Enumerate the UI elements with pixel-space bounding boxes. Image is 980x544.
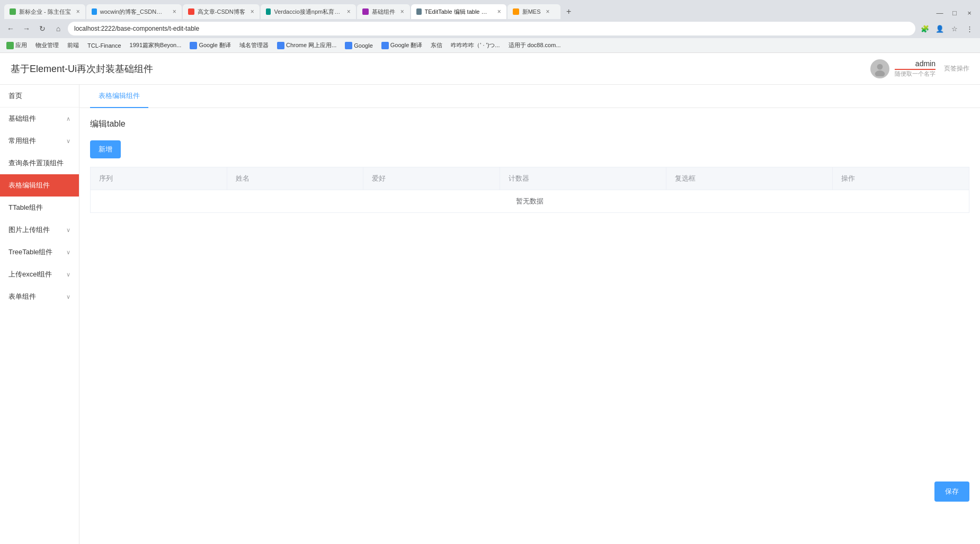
svg-point-1	[875, 70, 885, 76]
sidebar: 首页 基础组件 ∧ 常用组件 ∨ 查询条件置顶组件 表格编辑组件 TTable组…	[0, 85, 79, 544]
bookmark-chrome-web[interactable]: Chrome 网上应用...	[275, 40, 338, 50]
browser-chrome: 新标企业 - 陈主任宝 × wocwin的博客_CSDN博客-基... × 高文…	[0, 0, 980, 38]
tab-close-1[interactable]: ×	[173, 8, 176, 15]
sidebar-item-query[interactable]: 查询条件置顶组件	[0, 152, 79, 174]
tab-close-5[interactable]: ×	[497, 8, 501, 15]
tab-close-2[interactable]: ×	[251, 8, 254, 15]
col-header-hobby: 爱好	[363, 167, 500, 190]
maximize-icon[interactable]: □	[948, 6, 961, 19]
page-content: 编辑table 新增 序列 姓名 爱好 计数器 复选框 操作	[79, 108, 980, 224]
data-table: 序列 姓名 爱好 计数器 复选框 操作 暂无数据	[90, 167, 969, 213]
content-area: 表格编辑组件 编辑table 新增 序列 姓名 爱好 计数器	[79, 85, 980, 544]
avatar	[870, 59, 889, 78]
sidebar-item-form[interactable]: 表单组件 ∨	[0, 286, 79, 308]
chevron-image-upload: ∨	[66, 227, 70, 234]
col-header-name: 姓名	[227, 167, 363, 190]
chevron-basic: ∧	[66, 115, 70, 122]
app-header: 基于Element-Ui再次封装基础组件 admin 随便取一个名字 页签操作	[0, 53, 980, 85]
col-header-action: 操作	[833, 167, 969, 190]
browser-tab-4[interactable]: 基础组件 ×	[357, 4, 410, 19]
sidebar-item-treetable[interactable]: TreeTable组件 ∨	[0, 241, 79, 263]
user-subtitle: 随便取一个名字	[895, 70, 936, 78]
browser-tab-2[interactable]: 高文章-CSDN博客 ×	[183, 4, 260, 19]
tab-table-edit[interactable]: 表格编辑组件	[90, 85, 148, 108]
table-body: 暂无数据	[91, 190, 969, 213]
bookmark-frontend[interactable]: 前端	[65, 40, 81, 50]
col-header-checkbox: 复选框	[666, 167, 833, 190]
main-layout: 首页 基础组件 ∧ 常用组件 ∨ 查询条件置顶组件 表格编辑组件 TTable组…	[0, 85, 980, 544]
browser-tab-5[interactable]: TEditTable 编辑 table 组件 | w... ×	[411, 4, 506, 19]
table-header-row: 序列 姓名 爱好 计数器 复选框 操作	[91, 167, 969, 190]
minimize-icon[interactable]: —	[933, 6, 946, 19]
address-bar: ← → ↻ ⌂ 🧩 👤 ☆ ⋮	[0, 19, 980, 38]
browser-tab-1[interactable]: wocwin的博客_CSDN博客-基... ×	[86, 4, 182, 19]
browser-toolbar: 🧩 👤 ☆ ⋮	[919, 22, 976, 35]
bookmark-domain[interactable]: 域名管理器	[237, 40, 271, 50]
table-actions: 新增	[90, 140, 969, 158]
bookmark-doc88[interactable]: 适用于 doc88.com...	[506, 40, 563, 50]
sidebar-item-common[interactable]: 常用组件 ∨	[0, 130, 79, 152]
chevron-form: ∨	[66, 293, 70, 300]
extensions-icon[interactable]: 🧩	[919, 22, 931, 35]
tab-bar: 新标企业 - 陈主任宝 × wocwin的博客_CSDN博客-基... × 高文…	[0, 0, 980, 19]
refresh-button[interactable]: ↻	[36, 22, 49, 35]
address-input[interactable]	[68, 22, 915, 35]
no-data-row: 暂无数据	[91, 190, 969, 213]
bookmark-apps[interactable]: 应用	[4, 40, 29, 50]
sidebar-item-ttable[interactable]: TTable组件	[0, 197, 79, 219]
tab-close-3[interactable]: ×	[347, 8, 351, 15]
star-icon[interactable]: ☆	[948, 22, 961, 35]
chevron-excel-upload: ∨	[66, 271, 70, 278]
sidebar-item-excel-upload[interactable]: 上传excel组件 ∨	[0, 263, 79, 286]
bookmark-dongxin[interactable]: 东信	[429, 40, 444, 50]
bookmark-1991[interactable]: 1991篇家狗Beyon...	[128, 40, 184, 50]
table-header: 序列 姓名 爱好 计数器 复选框 操作	[91, 167, 969, 190]
app-title: 基于Element-Ui再次封装基础组件	[11, 63, 153, 75]
home-button[interactable]: ⌂	[52, 22, 65, 35]
bookmark-google[interactable]: Google	[343, 41, 375, 50]
browser-tab-6[interactable]: 新MES ×	[507, 4, 560, 19]
chevron-common: ∨	[66, 138, 70, 145]
bookmark-property[interactable]: 物业管理	[33, 40, 61, 50]
tab-close-0[interactable]: ×	[76, 8, 80, 15]
profile-icon[interactable]: 👤	[933, 22, 946, 35]
sidebar-item-image-upload[interactable]: 图片上传组件 ∨	[0, 219, 79, 241]
sidebar-item-home[interactable]: 首页	[0, 85, 79, 107]
bookmarks-bar: 应用 物业管理 前端 TCL-Finance 1991篇家狗Beyon... G…	[0, 38, 980, 53]
window-close-icon[interactable]: ×	[963, 6, 976, 19]
back-button[interactable]: ←	[4, 22, 17, 35]
col-header-index: 序列	[91, 167, 227, 190]
page-ops-button[interactable]: 页签操作	[944, 64, 969, 73]
user-area: admin 随便取一个名字	[870, 59, 936, 78]
col-header-counter: 计数器	[500, 167, 666, 190]
user-name: admin	[895, 59, 936, 70]
forward-button[interactable]: →	[20, 22, 33, 35]
add-button[interactable]: 新增	[90, 140, 121, 158]
tab-close-6[interactable]: ×	[546, 8, 550, 15]
bookmark-tcl[interactable]: TCL-Finance	[85, 41, 123, 50]
content-tabs: 表格编辑组件	[79, 85, 980, 108]
bookmark-咋咋[interactable]: 咋咋咋咋（' · ')つ...	[449, 40, 502, 50]
user-info: admin 随便取一个名字	[895, 59, 936, 78]
bookmark-google-translate2[interactable]: Google 翻译	[379, 40, 425, 50]
no-data-cell: 暂无数据	[91, 190, 969, 213]
chevron-treetable: ∨	[66, 249, 70, 256]
sidebar-item-basic[interactable]: 基础组件 ∧	[0, 108, 79, 130]
sidebar-item-table-edit[interactable]: 表格编辑组件	[0, 174, 79, 197]
section-title: 编辑table	[90, 119, 969, 130]
svg-point-0	[877, 64, 883, 69]
app-container: 基于Element-Ui再次封装基础组件 admin 随便取一个名字 页签操作	[0, 53, 980, 544]
bookmark-google-translate1[interactable]: Google 翻译	[188, 40, 233, 50]
browser-tab-0[interactable]: 新标企业 - 陈主任宝 ×	[4, 4, 85, 19]
new-tab-button[interactable]: +	[562, 4, 576, 19]
settings-icon[interactable]: ⋮	[963, 22, 976, 35]
browser-tab-3[interactable]: Verdaccio接通npm私育经务析... ×	[261, 4, 356, 19]
tab-close-4[interactable]: ×	[400, 8, 404, 15]
save-button[interactable]: 保存	[934, 481, 969, 502]
